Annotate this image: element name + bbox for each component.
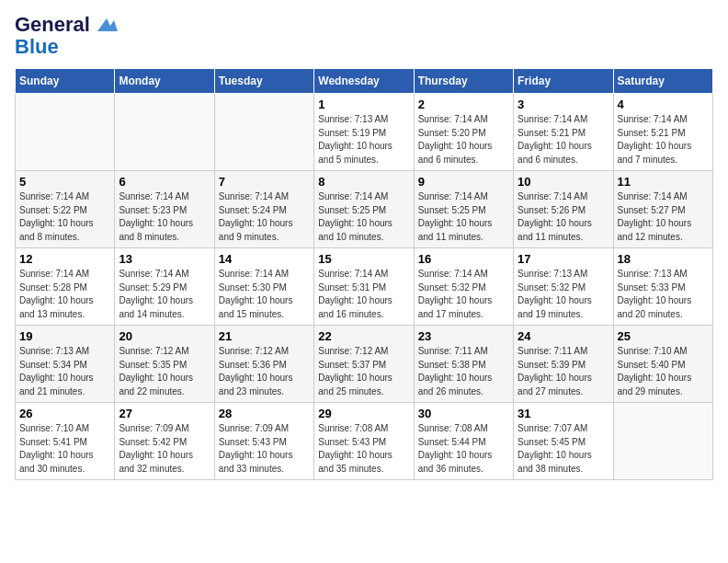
day-number: 26 xyxy=(19,407,110,420)
day-number: 15 xyxy=(318,252,409,266)
day-number: 28 xyxy=(219,407,310,420)
calendar-cell: 24Sunrise: 7:11 AM Sunset: 5:39 PM Dayli… xyxy=(514,326,613,403)
day-number: 7 xyxy=(219,175,310,189)
col-header-sunday: Sunday xyxy=(16,69,115,94)
calendar-cell: 13Sunrise: 7:14 AM Sunset: 5:29 PM Dayli… xyxy=(115,248,214,326)
day-number: 29 xyxy=(318,407,409,420)
day-info: Sunrise: 7:13 AM Sunset: 5:19 PM Dayligh… xyxy=(318,113,409,167)
calendar-cell: 5Sunrise: 7:14 AM Sunset: 5:22 PM Daylig… xyxy=(16,171,115,248)
calendar-cell: 29Sunrise: 7:08 AM Sunset: 5:43 PM Dayli… xyxy=(314,403,414,480)
day-number: 23 xyxy=(418,329,509,343)
day-number: 22 xyxy=(318,329,409,343)
day-number: 13 xyxy=(119,252,210,266)
logo-text-general: General xyxy=(15,15,118,35)
calendar-cell: 23Sunrise: 7:11 AM Sunset: 5:38 PM Dayli… xyxy=(414,326,513,403)
day-info: Sunrise: 7:11 AM Sunset: 5:39 PM Dayligh… xyxy=(518,345,609,398)
day-number: 27 xyxy=(119,407,210,420)
day-number: 2 xyxy=(418,98,509,111)
calendar-cell: 10Sunrise: 7:14 AM Sunset: 5:26 PM Dayli… xyxy=(514,171,613,248)
day-info: Sunrise: 7:14 AM Sunset: 5:23 PM Dayligh… xyxy=(119,190,210,244)
day-number: 17 xyxy=(518,252,609,266)
calendar-week-row: 1Sunrise: 7:13 AM Sunset: 5:19 PM Daylig… xyxy=(16,94,713,171)
calendar-cell: 14Sunrise: 7:14 AM Sunset: 5:30 PM Dayli… xyxy=(214,248,313,326)
day-info: Sunrise: 7:13 AM Sunset: 5:33 PM Dayligh… xyxy=(618,268,709,321)
calendar-cell: 19Sunrise: 7:13 AM Sunset: 5:34 PM Dayli… xyxy=(16,326,115,403)
calendar-cell: 18Sunrise: 7:13 AM Sunset: 5:33 PM Dayli… xyxy=(613,248,712,326)
day-info: Sunrise: 7:14 AM Sunset: 5:31 PM Dayligh… xyxy=(318,268,409,321)
day-info: Sunrise: 7:08 AM Sunset: 5:43 PM Dayligh… xyxy=(318,422,409,476)
logo-bird-icon xyxy=(97,18,118,33)
calendar-cell: 25Sunrise: 7:10 AM Sunset: 5:40 PM Dayli… xyxy=(613,326,712,403)
calendar-cell: 8Sunrise: 7:14 AM Sunset: 5:25 PM Daylig… xyxy=(314,171,414,248)
calendar-cell: 27Sunrise: 7:09 AM Sunset: 5:42 PM Dayli… xyxy=(115,403,214,480)
day-number: 14 xyxy=(219,252,310,266)
calendar-cell: 7Sunrise: 7:14 AM Sunset: 5:24 PM Daylig… xyxy=(214,171,313,248)
calendar-cell: 17Sunrise: 7:13 AM Sunset: 5:32 PM Dayli… xyxy=(514,248,613,326)
calendar-header-row: SundayMondayTuesdayWednesdayThursdayFrid… xyxy=(16,69,713,94)
calendar-cell: 16Sunrise: 7:14 AM Sunset: 5:32 PM Dayli… xyxy=(414,248,513,326)
col-header-friday: Friday xyxy=(514,69,613,94)
calendar-cell xyxy=(214,94,313,171)
calendar-table: SundayMondayTuesdayWednesdayThursdayFrid… xyxy=(15,68,713,480)
calendar-week-row: 12Sunrise: 7:14 AM Sunset: 5:28 PM Dayli… xyxy=(16,248,713,326)
day-number: 30 xyxy=(418,407,509,420)
calendar-cell: 9Sunrise: 7:14 AM Sunset: 5:25 PM Daylig… xyxy=(414,171,513,248)
day-info: Sunrise: 7:09 AM Sunset: 5:43 PM Dayligh… xyxy=(219,422,310,476)
day-number: 12 xyxy=(19,252,110,266)
day-info: Sunrise: 7:12 AM Sunset: 5:36 PM Dayligh… xyxy=(219,345,310,398)
calendar-cell: 4Sunrise: 7:14 AM Sunset: 5:21 PM Daylig… xyxy=(613,94,712,171)
page-header: General Blue xyxy=(15,15,713,59)
day-info: Sunrise: 7:10 AM Sunset: 5:40 PM Dayligh… xyxy=(618,345,709,398)
logo: General Blue xyxy=(15,15,118,59)
calendar-cell: 6Sunrise: 7:14 AM Sunset: 5:23 PM Daylig… xyxy=(115,171,214,248)
day-info: Sunrise: 7:14 AM Sunset: 5:30 PM Dayligh… xyxy=(219,268,310,321)
day-info: Sunrise: 7:12 AM Sunset: 5:37 PM Dayligh… xyxy=(318,345,409,398)
day-info: Sunrise: 7:14 AM Sunset: 5:24 PM Dayligh… xyxy=(219,190,310,244)
day-info: Sunrise: 7:13 AM Sunset: 5:32 PM Dayligh… xyxy=(518,268,609,321)
calendar-cell: 22Sunrise: 7:12 AM Sunset: 5:37 PM Dayli… xyxy=(314,326,414,403)
calendar-cell xyxy=(115,94,214,171)
day-number: 19 xyxy=(19,329,110,343)
calendar-cell: 31Sunrise: 7:07 AM Sunset: 5:45 PM Dayli… xyxy=(514,403,613,480)
day-info: Sunrise: 7:09 AM Sunset: 5:42 PM Dayligh… xyxy=(119,422,210,476)
col-header-saturday: Saturday xyxy=(613,69,712,94)
day-number: 16 xyxy=(418,252,509,266)
day-number: 1 xyxy=(318,98,409,111)
day-number: 3 xyxy=(518,98,609,111)
day-info: Sunrise: 7:10 AM Sunset: 5:41 PM Dayligh… xyxy=(19,422,110,476)
calendar-cell: 11Sunrise: 7:14 AM Sunset: 5:27 PM Dayli… xyxy=(613,171,712,248)
calendar-cell xyxy=(16,94,115,171)
day-info: Sunrise: 7:14 AM Sunset: 5:25 PM Dayligh… xyxy=(318,190,409,244)
day-info: Sunrise: 7:14 AM Sunset: 5:25 PM Dayligh… xyxy=(418,190,509,244)
day-number: 10 xyxy=(518,175,609,189)
day-info: Sunrise: 7:14 AM Sunset: 5:26 PM Dayligh… xyxy=(518,190,609,244)
day-info: Sunrise: 7:14 AM Sunset: 5:21 PM Dayligh… xyxy=(518,113,609,167)
day-number: 18 xyxy=(618,252,709,266)
calendar-cell: 12Sunrise: 7:14 AM Sunset: 5:28 PM Dayli… xyxy=(16,248,115,326)
day-info: Sunrise: 7:14 AM Sunset: 5:28 PM Dayligh… xyxy=(19,268,110,321)
day-number: 11 xyxy=(618,175,709,189)
col-header-monday: Monday xyxy=(115,69,214,94)
day-info: Sunrise: 7:14 AM Sunset: 5:21 PM Dayligh… xyxy=(618,113,709,167)
calendar-week-row: 26Sunrise: 7:10 AM Sunset: 5:41 PM Dayli… xyxy=(16,403,713,480)
calendar-cell: 15Sunrise: 7:14 AM Sunset: 5:31 PM Dayli… xyxy=(314,248,414,326)
day-number: 25 xyxy=(618,329,709,343)
day-info: Sunrise: 7:13 AM Sunset: 5:34 PM Dayligh… xyxy=(19,345,110,398)
col-header-thursday: Thursday xyxy=(414,69,513,94)
calendar-week-row: 19Sunrise: 7:13 AM Sunset: 5:34 PM Dayli… xyxy=(16,326,713,403)
day-info: Sunrise: 7:14 AM Sunset: 5:27 PM Dayligh… xyxy=(618,190,709,244)
day-number: 5 xyxy=(19,175,110,189)
day-number: 21 xyxy=(219,329,310,343)
logo-text-blue: Blue xyxy=(15,35,59,59)
calendar-cell: 28Sunrise: 7:09 AM Sunset: 5:43 PM Dayli… xyxy=(214,403,313,480)
day-info: Sunrise: 7:11 AM Sunset: 5:38 PM Dayligh… xyxy=(418,345,509,398)
calendar-cell: 2Sunrise: 7:14 AM Sunset: 5:20 PM Daylig… xyxy=(414,94,513,171)
calendar-cell: 30Sunrise: 7:08 AM Sunset: 5:44 PM Dayli… xyxy=(414,403,513,480)
day-info: Sunrise: 7:14 AM Sunset: 5:20 PM Dayligh… xyxy=(418,113,509,167)
day-number: 8 xyxy=(318,175,409,189)
calendar-cell: 21Sunrise: 7:12 AM Sunset: 5:36 PM Dayli… xyxy=(214,326,313,403)
calendar-week-row: 5Sunrise: 7:14 AM Sunset: 5:22 PM Daylig… xyxy=(16,171,713,248)
day-info: Sunrise: 7:14 AM Sunset: 5:29 PM Dayligh… xyxy=(119,268,210,321)
day-info: Sunrise: 7:12 AM Sunset: 5:35 PM Dayligh… xyxy=(119,345,210,398)
calendar-cell: 3Sunrise: 7:14 AM Sunset: 5:21 PM Daylig… xyxy=(514,94,613,171)
